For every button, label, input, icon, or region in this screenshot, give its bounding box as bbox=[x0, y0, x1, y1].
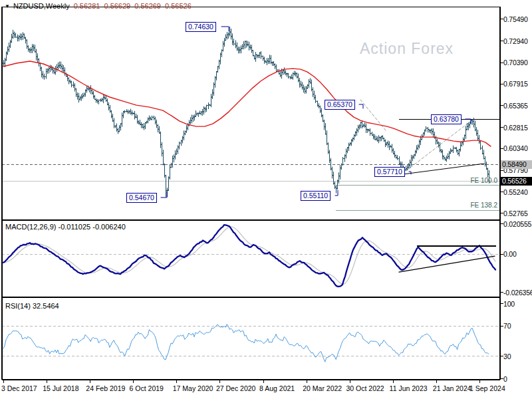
fib-extension-100-label: FE 100.0 bbox=[470, 177, 497, 184]
date-axis-label: 8 Aug 2021 bbox=[259, 384, 295, 392]
price-callout[interactable]: 0.54670 bbox=[126, 193, 157, 203]
price-axis-label: 0.52765 bbox=[503, 209, 528, 217]
date-axis-label: 6 Oct 2019 bbox=[130, 384, 164, 392]
macd-axis-label: -0.026356 bbox=[503, 289, 532, 297]
date-axis-label: 27 Dec 2020 bbox=[216, 384, 256, 392]
price-axis-label: 0.55240 bbox=[503, 188, 528, 196]
rsi-axis-label: 70 bbox=[503, 322, 511, 330]
moving-average-line bbox=[3, 61, 491, 146]
rsi-axis-label: 0 bbox=[503, 375, 507, 383]
callout-connector bbox=[359, 104, 363, 108]
price-callout[interactable]: 0.55110 bbox=[301, 191, 331, 201]
symbol-timeframe: NZDUSD,Weekly bbox=[13, 2, 70, 10]
price-high: 0.56629 bbox=[104, 2, 130, 10]
macd-signal-line bbox=[3, 227, 495, 284]
price-axis-label: 0.70390 bbox=[503, 59, 528, 66]
date-axis-label: 17 May 2020 bbox=[173, 384, 213, 392]
date-axis-label: 11 Jun 2023 bbox=[390, 384, 428, 392]
axis-price-tag-resistance: 0.58490 bbox=[501, 160, 532, 169]
chart-title: ▼NZDUSD,Weekly0.562810.566290.562690.565… bbox=[5, 2, 192, 10]
macd-line bbox=[3, 225, 495, 287]
date-axis-label: 20 Mar 2022 bbox=[303, 384, 342, 392]
date-axis-label: 15 Jul 2018 bbox=[43, 384, 78, 392]
price-callout[interactable]: 0.74630 bbox=[186, 22, 216, 32]
callout-connector bbox=[221, 27, 229, 31]
macd-axis-label: 0.00 bbox=[503, 250, 517, 258]
rsi-axis-label: 30 bbox=[503, 352, 511, 360]
price-axis-label: 0.72940 bbox=[503, 37, 528, 45]
price-open: 0.56281 bbox=[74, 2, 100, 10]
date-axis-label: 3 Dec 2017 bbox=[1, 384, 37, 392]
price-callout[interactable]: 0.57710 bbox=[374, 167, 405, 177]
price-axis-label: 0.65365 bbox=[503, 102, 528, 110]
price-axis-label: 0.75490 bbox=[503, 15, 528, 23]
date-axis-label: 30 Oct 2022 bbox=[346, 384, 384, 392]
price-callout[interactable]: 0.63780 bbox=[431, 114, 462, 124]
price-bars bbox=[4, 27, 489, 197]
price-close: 0.56526 bbox=[165, 2, 192, 10]
rising-trendline bbox=[404, 164, 484, 174]
axis-price-tag-current: 0.56526 bbox=[501, 177, 532, 186]
macd-label: MACD(12,26,9) -0.011025 -0.006240 bbox=[5, 223, 126, 231]
date-axis-label: 1 Sep 2024 bbox=[469, 384, 505, 392]
price-low: 0.56269 bbox=[134, 2, 161, 10]
macd-axis-label: 0.020555 bbox=[503, 220, 531, 228]
price-axis-label: 0.67915 bbox=[503, 80, 528, 88]
price-axis-label: 0.60340 bbox=[503, 144, 528, 152]
fib-extension-138-label: FE 138.2 bbox=[470, 201, 497, 209]
date-axis-label: 24 Feb 2019 bbox=[86, 384, 125, 392]
price-axis-label: 0.62815 bbox=[503, 124, 528, 132]
rsi-axis-label: 100 bbox=[503, 300, 515, 308]
date-axis-label: 21 Jan 2024 bbox=[433, 384, 471, 392]
price-bar-ticks bbox=[3, 32, 490, 190]
callout-connector bbox=[409, 172, 411, 174]
chart-canvas bbox=[0, 0, 532, 399]
collapse-triangle-icon[interactable]: ▼ bbox=[5, 3, 10, 9]
rsi-label: RSI(14) 32.5464 bbox=[5, 302, 59, 310]
price-callout[interactable]: 0.65370 bbox=[325, 100, 355, 110]
